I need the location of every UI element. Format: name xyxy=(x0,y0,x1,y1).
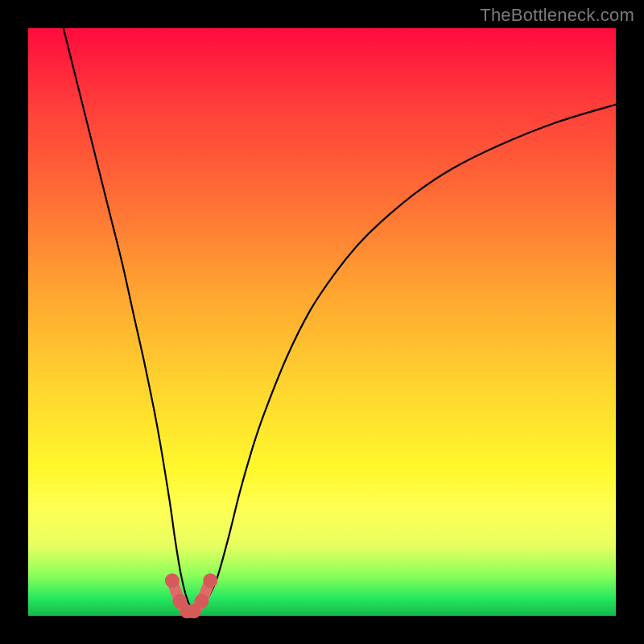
bottleneck-curve xyxy=(64,28,616,611)
optimal-dot xyxy=(194,594,208,609)
optimal-dot xyxy=(165,573,180,588)
optimal-dot xyxy=(203,573,217,588)
chart-plot-area xyxy=(28,28,616,616)
watermark-text: TheBottleneck.com xyxy=(480,5,634,26)
chart-svg xyxy=(28,28,616,616)
chart-frame: TheBottleneck.com xyxy=(0,0,644,644)
optimal-dots-group xyxy=(165,573,217,618)
